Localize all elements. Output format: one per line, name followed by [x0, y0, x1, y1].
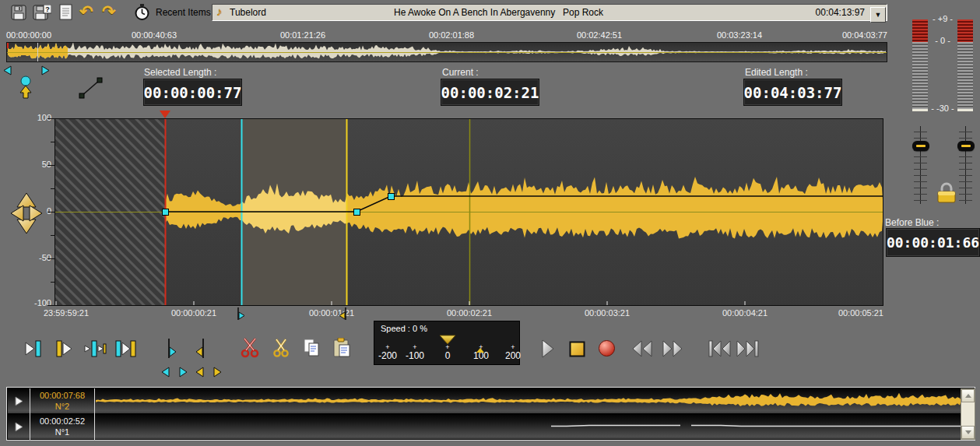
speed-secondary-marker: [476, 348, 484, 353]
chevron-up-icon: [965, 394, 971, 398]
nudge-yellow-left-button[interactable]: [195, 367, 205, 378]
track-2-time: 00:00:07:68: [30, 390, 94, 401]
ruler-tick: 00:02:01:88: [429, 30, 474, 40]
x-axis-tick: 00:00:00:21: [171, 308, 216, 318]
scroll-right-button[interactable]: [40, 65, 50, 76]
ruler-tick: 00:00:40:63: [132, 30, 177, 40]
track-2-name: N°2: [30, 401, 94, 412]
speed-scale-value: 0: [445, 350, 451, 361]
envelope-tool-icon[interactable]: [79, 77, 103, 99]
set-yellow-marker-button[interactable]: [195, 338, 206, 360]
svg-text:?: ?: [45, 5, 50, 13]
cut-yellow-button[interactable]: [272, 339, 290, 359]
ruler-tick: 00:04:03:77: [842, 30, 887, 40]
volume-slider-left[interactable]: [914, 126, 927, 204]
playlist-panel: 00:00:07:68 N°2 00:00:02:52 N°1: [6, 387, 975, 441]
set-blue-marker-button[interactable]: [166, 338, 177, 360]
x-axis-tick: 00:00:04:21: [722, 308, 767, 318]
track-row-2[interactable]: 00:00:07:68 N°2: [8, 388, 974, 413]
scrollbar-up-button[interactable]: [961, 389, 975, 402]
music-note-icon: ♪: [216, 5, 223, 17]
play-blue-to-yellow-button[interactable]: [114, 339, 138, 358]
stop-button[interactable]: [569, 341, 585, 357]
pan-direction-pad[interactable]: [8, 190, 45, 237]
combo-title: He Awoke On A Bench In Abergavenny: [394, 7, 555, 18]
speed-scale-value: -100: [406, 350, 424, 361]
save-icon[interactable]: [11, 5, 26, 20]
play-to-blue-button[interactable]: [23, 339, 42, 358]
chevron-down-icon: [965, 430, 971, 434]
overview-waveform-strip[interactable]: [6, 42, 887, 62]
x-axis-tick: 00:00:03:21: [585, 308, 630, 318]
speed-scale-value: 200: [505, 350, 521, 361]
before-blue-label: Before Blue :: [885, 217, 939, 228]
recent-items-label: Recent Items :: [156, 7, 216, 18]
fast-forward-button[interactable]: [662, 340, 683, 357]
combo-genre: Pop Rock: [563, 7, 603, 18]
x-axis-tick: 23:59:59:21: [44, 308, 89, 318]
speed-slider-handle[interactable]: [439, 335, 456, 346]
track-2-waveform[interactable]: [96, 389, 961, 413]
track-2-play-button[interactable]: [9, 388, 29, 413]
skip-to-start-button[interactable]: [708, 340, 731, 357]
track-1-time: 00:00:02:52: [30, 416, 94, 427]
play-around-blue-button[interactable]: [83, 339, 107, 358]
track-1-waveform[interactable]: [96, 415, 961, 438]
timer-icon[interactable]: [134, 4, 150, 20]
meter-scale-zero: - 0 -: [927, 36, 958, 45]
nudge-yellow-right-button[interactable]: [213, 367, 222, 378]
track-1-play-button[interactable]: [9, 414, 29, 439]
start-marker-triangle[interactable]: [160, 111, 170, 118]
vu-meter-right: [957, 19, 973, 111]
record-button[interactable]: [598, 339, 616, 357]
y-axis-ticks: [45, 118, 54, 307]
edited-length-display: 00:04:03:77: [743, 79, 842, 106]
recent-items-combobox[interactable]: ♪ Tubelord He Awoke On A Bench In Aberga…: [212, 4, 887, 21]
save-as-icon[interactable]: ?: [33, 5, 51, 20]
pan-left-arrow: [11, 205, 23, 221]
redo-icon[interactable]: ↷: [102, 3, 116, 19]
copy-button[interactable]: [304, 339, 320, 357]
document-icon[interactable]: [59, 4, 72, 20]
meter-scale-top: - +9 -: [927, 14, 958, 23]
ruler-tick: 00:02:42:51: [577, 30, 622, 40]
skip-to-end-button[interactable]: [736, 340, 759, 357]
vu-meter-left: [912, 19, 928, 111]
nudge-blue-right-button[interactable]: [178, 367, 188, 378]
scrollbar-down-button[interactable]: [961, 426, 975, 439]
current-label: Current :: [442, 67, 479, 78]
track-1-info: 00:00:02:52 N°1: [30, 414, 95, 441]
playlist-scrollbar[interactable]: [961, 388, 975, 440]
speed-label: Speed : 0 %: [381, 324, 427, 333]
ruler-tick: 00:03:23:14: [717, 30, 762, 40]
play-button[interactable]: [541, 339, 555, 358]
track-1-name: N°1: [30, 427, 94, 437]
track-2-info: 00:00:07:68 N°2: [30, 388, 95, 415]
selected-length-display: 00:00:00:77: [143, 79, 242, 106]
play-from-yellow-button[interactable]: [55, 339, 74, 358]
track-row-1[interactable]: 00:00:02:52 N°1: [8, 414, 974, 439]
ruler-tick: 00:01:21:26: [280, 30, 325, 40]
volume-slider-right-handle[interactable]: [957, 141, 975, 151]
rewind-button[interactable]: [632, 340, 653, 357]
x-axis-tick: 00:00:05:21: [838, 308, 883, 318]
lock-channels-icon[interactable]: [936, 181, 957, 204]
volume-slider-left-handle[interactable]: [912, 141, 929, 151]
combo-duration: 00:04:13:97: [816, 7, 865, 18]
paste-button[interactable]: [333, 338, 352, 358]
nudge-blue-left-button[interactable]: [161, 367, 170, 378]
speed-scale-value: -200: [378, 350, 397, 361]
cursor-person-tool-icon[interactable]: [17, 76, 34, 100]
scroll-left-button[interactable]: [3, 65, 12, 76]
speed-panel: Speed : 0 % + + + + + -200 -100 0 100 20…: [374, 321, 520, 365]
volume-slider-right[interactable]: [959, 126, 972, 204]
ruler-tick: 00:00:00:00: [6, 30, 51, 40]
play-icon: [15, 396, 23, 406]
cut-red-button[interactable]: [240, 337, 260, 359]
combo-dropdown-button[interactable]: ▼: [870, 7, 886, 23]
yellow-marker-flag[interactable]: [339, 307, 348, 321]
combo-artist: Tubelord: [230, 7, 266, 18]
waveform-canvas[interactable]: [54, 118, 883, 306]
blue-marker-flag[interactable]: [236, 307, 245, 321]
undo-icon[interactable]: ↶: [79, 3, 93, 19]
